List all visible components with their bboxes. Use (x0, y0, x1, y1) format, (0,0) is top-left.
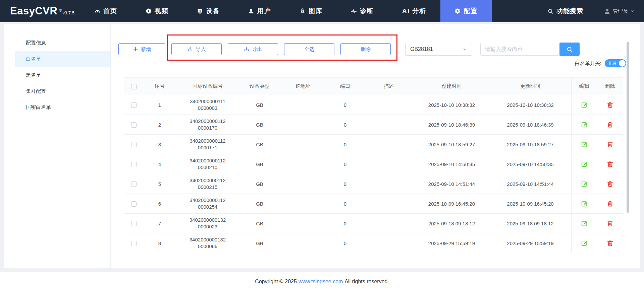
sidebar-item-whitelist[interactable]: 白名单 (15, 51, 110, 67)
row-checkbox[interactable] (131, 181, 137, 187)
row-checkbox[interactable] (131, 201, 137, 207)
updated-time: 2025-10-09 16:45:20 (489, 201, 571, 207)
copyright-suffix: All rights reserved. (344, 279, 389, 285)
main-menu: 首页 视频 设备 用户 图库 诊断 AI 分析 配置 (80, 0, 492, 22)
device-type: GB (239, 122, 280, 128)
whitelist-toggle-state: 开启 (608, 61, 616, 66)
nav-device[interactable]: 设备 (183, 0, 234, 22)
table-row: 1 3402000000111 0000003 GB 0 2025-10-10 … (124, 95, 623, 115)
edit-icon[interactable] (581, 240, 588, 246)
export-button[interactable]: 导出 (228, 43, 278, 55)
nav-diagnosis[interactable]: 诊断 (337, 0, 388, 22)
gear-icon (454, 8, 461, 14)
header-desc: 描述 (364, 83, 414, 89)
port: 0 (327, 161, 364, 167)
copyright-prefix: Copyright © 2025 (255, 279, 297, 285)
delete-icon[interactable] (607, 200, 613, 207)
registered-mark: ® (59, 8, 62, 12)
select-all-button-label: 全选 (304, 46, 314, 53)
nav-video[interactable]: 视频 (131, 0, 183, 22)
delete-button-label: 删除 (361, 46, 371, 53)
table-row: 2 3402000000112 0000170 GB 0 2025-09-10 … (124, 115, 623, 135)
app-logo: EasyCVR ® v3.7.5 (10, 5, 75, 17)
video-icon (146, 8, 152, 14)
row-checkbox[interactable] (131, 102, 137, 108)
row-checkbox[interactable] (131, 162, 137, 167)
user-name: 管理员 (613, 8, 628, 14)
scrollbar[interactable] (627, 42, 629, 213)
edit-icon[interactable] (581, 180, 588, 187)
footer-link[interactable]: www.tsingsee.com (299, 279, 343, 285)
delete-icon[interactable] (607, 180, 613, 187)
sidebar-item-config-info[interactable]: 配置信息 (15, 35, 110, 51)
search-icon (567, 46, 573, 53)
edit-icon[interactable] (581, 101, 588, 108)
nav-home[interactable]: 首页 (80, 0, 131, 22)
delete-icon[interactable] (607, 121, 613, 128)
nav-users[interactable]: 用户 (234, 0, 285, 22)
device-icon (197, 8, 203, 14)
updated-time: 2025-10-10 10:38:32 (489, 102, 571, 108)
row-checkbox[interactable] (131, 221, 137, 226)
delete-icon[interactable] (607, 240, 613, 246)
port: 0 (327, 240, 364, 246)
updated-time: 2025-09-10 14:51:44 (489, 181, 571, 187)
search-button[interactable] (559, 43, 580, 56)
whitelist-toggle[interactable]: 开启 (605, 59, 626, 67)
whitelist-switch-row: 白名单开关: 开启 (118, 59, 626, 67)
delete-icon[interactable] (607, 101, 613, 108)
port: 0 (327, 122, 364, 128)
row-checkbox[interactable] (131, 142, 137, 147)
function-search[interactable]: 功能搜索 (548, 7, 583, 15)
user-menu[interactable]: 管理员 (604, 8, 635, 14)
whitelist-panel: 新增 导入 导出 全选 删除 GB28181 (111, 24, 640, 268)
protocol-select[interactable]: GB28181 (405, 43, 472, 56)
toggle-knob (619, 60, 626, 67)
table-row: 5 3402000000112 0000215 GB 0 2025-09-10 … (124, 174, 623, 194)
row-checkbox[interactable] (131, 122, 137, 128)
edit-icon[interactable] (581, 141, 588, 148)
created-time: 2025-09-18 09:18:12 (414, 221, 489, 226)
device-id: 3402000000132 0000023 (176, 217, 239, 230)
delete-icon[interactable] (607, 161, 613, 167)
nav-config[interactable]: 配置 (440, 0, 492, 22)
port: 0 (327, 201, 364, 207)
search-input[interactable] (480, 43, 560, 56)
import-button[interactable]: 导入 (171, 43, 222, 55)
whitelist-switch-label: 白名单开关: (575, 60, 601, 67)
created-time: 2025-09-29 15:59:19 (414, 240, 489, 246)
function-search-label: 功能搜索 (556, 7, 583, 15)
add-button-label: 新增 (141, 46, 151, 53)
export-icon (244, 47, 249, 52)
avatar-icon (604, 8, 610, 14)
search-icon (548, 8, 553, 14)
device-type: GB (239, 142, 280, 147)
table-row: 6 3402000000112 0000254 GB 0 2025-10-09 … (124, 194, 623, 214)
dashboard-icon (94, 8, 100, 14)
navbar-right: 功能搜索 管理员 (548, 7, 635, 15)
nav-gallery[interactable]: 图库 (285, 0, 337, 22)
port: 0 (327, 102, 364, 108)
sidebar-item-blacklist[interactable]: 黑名单 (15, 67, 110, 83)
delete-icon[interactable] (607, 220, 613, 227)
edit-icon[interactable] (581, 220, 588, 227)
sidebar-item-gm-whitelist[interactable]: 国密白名单 (15, 99, 110, 115)
device-type: GB (239, 240, 280, 246)
delete-icon[interactable] (607, 141, 613, 148)
row-index: 8 (144, 240, 176, 246)
edit-icon[interactable] (581, 200, 588, 207)
chevron-down-icon (463, 47, 467, 52)
diagnosis-icon (351, 8, 357, 14)
select-all-checkbox[interactable] (131, 84, 137, 89)
select-all-button[interactable]: 全选 (284, 43, 334, 55)
edit-icon[interactable] (581, 121, 588, 128)
nav-ai[interactable]: AI 分析 (388, 0, 440, 22)
row-index: 6 (144, 201, 176, 207)
edit-icon[interactable] (581, 161, 588, 167)
add-button[interactable]: 新增 (118, 43, 165, 55)
sidebar-item-cluster[interactable]: 集群配置 (15, 83, 110, 99)
delete-button[interactable]: 删除 (340, 43, 391, 55)
row-checkbox[interactable] (131, 241, 137, 246)
device-type: GB (239, 181, 280, 187)
table-row: 3 3402000000112 0000171 GB 0 2025-09-10 … (124, 135, 623, 154)
